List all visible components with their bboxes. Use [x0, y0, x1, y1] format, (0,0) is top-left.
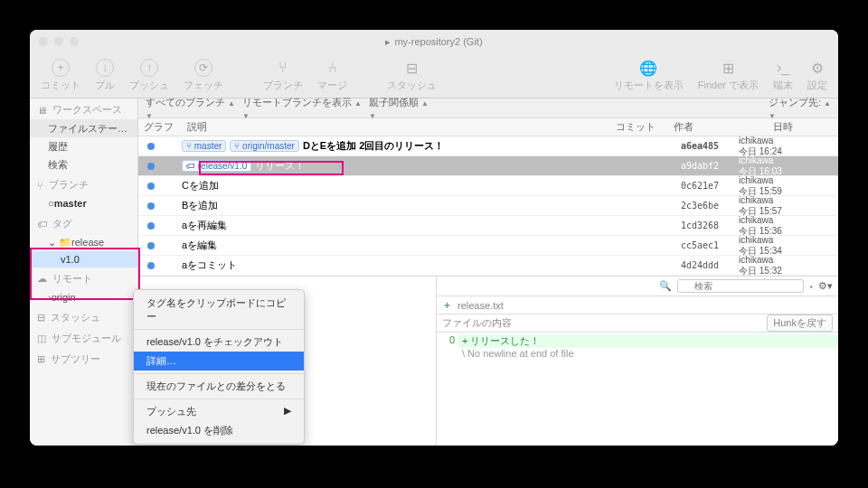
commit-row[interactable]: aを再編集 1cd3268 ichikawa 今日 15:36: [138, 216, 838, 236]
branch-icon: ⑂: [37, 180, 43, 191]
commit-hash: cc5aec1: [681, 240, 739, 250]
commit-hash: a9dabf2: [681, 161, 739, 171]
sidebar-remote-origin[interactable]: › origin: [30, 288, 137, 306]
sidebar: 🖥ワークスペース ファイルステー… 履歴 検索 ⑂ブランチ ○ master 🏷…: [30, 99, 138, 446]
commit-message: aを編集: [182, 239, 217, 252]
push-button[interactable]: ↑プッシュ: [129, 59, 169, 92]
sidebar-tag-release[interactable]: ⌄ 📁 release: [30, 233, 137, 251]
commit-row[interactable]: aをコミット 4d24ddd ichikawa 今日 15:32: [138, 256, 838, 276]
commit-message: aをコミット: [182, 258, 237, 272]
sidebar-stash-header[interactable]: ⊟スタッシュ: [30, 306, 137, 327]
sidebar-branch-master[interactable]: ○ master: [30, 194, 137, 212]
ref-badge: ⑂ master: [182, 140, 226, 152]
bullet-icon[interactable]: •: [809, 281, 813, 292]
sidebar-subtree-header[interactable]: ⊞サブツリー: [30, 348, 137, 369]
sidebar-tag-header[interactable]: 🏷タグ: [30, 212, 137, 233]
commit-row[interactable]: Bを追加 2c3e6be ichikawa 今日 15:57: [138, 196, 838, 216]
commit-row[interactable]: ⑂ master⑂ origin/masterDとEを追加 2回目のリリース！ …: [138, 136, 838, 156]
commit-row[interactable]: Cを追加 0c621e7 ichikawa 今日 15:59: [138, 176, 838, 196]
graph-dot: [147, 202, 155, 210]
hunk-label: ファイルの内容: [442, 316, 512, 330]
filter-order[interactable]: 親子関係順 ▲▼: [369, 96, 429, 120]
sidebar-workspace-header[interactable]: 🖥ワークスペース: [30, 99, 137, 119]
sidebar-history[interactable]: 履歴: [30, 137, 137, 155]
commit-button[interactable]: +コミット: [41, 59, 80, 92]
graph-dot: [147, 143, 155, 150]
col-commit[interactable]: コミット: [616, 120, 674, 134]
col-graph[interactable]: グラフ: [138, 120, 182, 134]
diff-meta-line: \ No newline at end of file: [458, 348, 838, 359]
branch-button[interactable]: ⑂ブランチ: [263, 59, 303, 92]
menu-details[interactable]: 詳細…: [134, 352, 304, 371]
col-author[interactable]: 作者: [674, 120, 773, 134]
col-desc[interactable]: 説明: [182, 120, 616, 134]
subtree-icon: ⊞: [37, 353, 45, 365]
commit-hash: 1cd3268: [681, 221, 739, 230]
sidebar-tag-v1[interactable]: v1.0: [30, 251, 137, 267]
menu-diff[interactable]: 現在のファイルとの差分をとる: [134, 377, 304, 396]
search-input[interactable]: [677, 279, 804, 293]
toolbar: +コミット ↓プル ↑プッシュ ⟳フェッチ ⑂ブランチ ⑃マージ ⊟スタッシュ …: [30, 53, 838, 99]
commit-row[interactable]: aを編集 cc5aec1 ichikawa 今日 15:34: [138, 236, 838, 256]
sidebar-submodule-header[interactable]: ◫サブモジュール: [30, 327, 137, 348]
filter-show-remote[interactable]: リモートブランチを表示 ▲▼: [242, 96, 362, 120]
diff-view: 0+ リリースした！ \ No newline at end of file: [437, 333, 838, 361]
window-controls[interactable]: [39, 37, 79, 46]
search-icon: 🔍: [659, 280, 672, 292]
hunk-header: ファイルの内容 Hunkを戻す: [437, 314, 838, 333]
tag-icon: 🏷: [37, 219, 47, 230]
monitor-icon: 🖥: [37, 105, 47, 116]
terminal-button[interactable]: ›_端末: [773, 59, 793, 92]
fetch-button[interactable]: ⟳フェッチ: [184, 59, 223, 92]
commit-message: Cを追加: [182, 179, 219, 192]
menu-delete[interactable]: release/v1.0 を削除: [134, 421, 304, 440]
commit-hash: 2c3e6be: [681, 201, 739, 211]
sidebar-filestatus[interactable]: ファイルステー…: [30, 119, 137, 137]
col-date[interactable]: 日時: [773, 120, 838, 134]
graph-dot: [147, 242, 155, 249]
commit-hash: a6ea485: [681, 141, 739, 151]
submodule-icon: ◫: [37, 333, 46, 344]
gear-icon[interactable]: ⚙▾: [818, 280, 833, 292]
commit-row[interactable]: 🏷 release/v1.0リリース！ a9dabf2 ichikawa 今日 …: [138, 156, 838, 176]
sidebar-remote-header[interactable]: ☁リモート: [30, 267, 137, 288]
commit-list: ⑂ master⑂ origin/masterDとEを追加 2回目のリリース！ …: [138, 136, 838, 276]
column-headers: グラフ 説明 コミット 作者 日時: [138, 118, 838, 136]
window-title: my-repository2 (Git): [394, 36, 482, 47]
jump-to[interactable]: ジャンプ先: ▲▼: [769, 96, 831, 120]
filter-all-branches[interactable]: すべてのブランチ ▲▼: [146, 96, 235, 120]
filter-bar: すべてのブランチ ▲▼ リモートブランチを表示 ▲▼ 親子関係順 ▲▼ ジャンプ…: [138, 99, 838, 118]
commit-message: リリース！: [255, 159, 305, 173]
menu-push[interactable]: プッシュ先▶: [134, 402, 304, 421]
folder-icon: ▸: [385, 36, 391, 48]
sidebar-branch-header[interactable]: ⑂ブランチ: [30, 174, 137, 194]
commit-message: Bを追加: [182, 199, 218, 212]
file-header[interactable]: ＋ release.txt: [437, 296, 838, 314]
show-remote-button[interactable]: 🌐リモートを表示: [614, 59, 684, 92]
menu-copy-tag[interactable]: タグ名をクリップボードにコピー: [134, 294, 304, 326]
titlebar: ▸ my-repository2 (Git): [30, 30, 838, 53]
file-name: release.txt: [458, 300, 504, 311]
graph-dot: [147, 262, 155, 269]
commit-message: DとEを追加 2回目のリリース！: [303, 139, 444, 153]
pull-button[interactable]: ↓プル: [95, 59, 115, 92]
merge-button[interactable]: ⑃マージ: [317, 59, 347, 92]
commit-hash: 0c621e7: [681, 181, 739, 191]
show-finder-button[interactable]: ⊞Finder で表示: [698, 59, 759, 92]
graph-dot: [147, 222, 155, 230]
line-number: 0: [437, 334, 458, 348]
settings-button[interactable]: ⚙設定: [807, 59, 827, 92]
cloud-icon: ☁: [37, 273, 47, 285]
commit-author: ichikawa 今日 15:32: [739, 254, 838, 277]
chevron-right-icon: ▶: [284, 405, 291, 418]
stash-icon: ⊟: [37, 312, 45, 324]
graph-dot: [147, 183, 155, 190]
menu-checkout[interactable]: release/v1.0 をチェックアウト: [134, 333, 304, 352]
revert-hunk-button[interactable]: Hunkを戻す: [767, 314, 833, 332]
stash-button[interactable]: ⊟スタッシュ: [387, 59, 437, 92]
commit-hash: 4d24ddd: [681, 260, 739, 270]
context-menu: タグ名をクリップボードにコピー release/v1.0 をチェックアウト 詳細…: [133, 289, 305, 445]
ref-badge: ⑂ origin/master: [230, 140, 299, 152]
commit-message: aを再編集: [182, 219, 227, 232]
sidebar-search[interactable]: 検索: [30, 155, 137, 174]
